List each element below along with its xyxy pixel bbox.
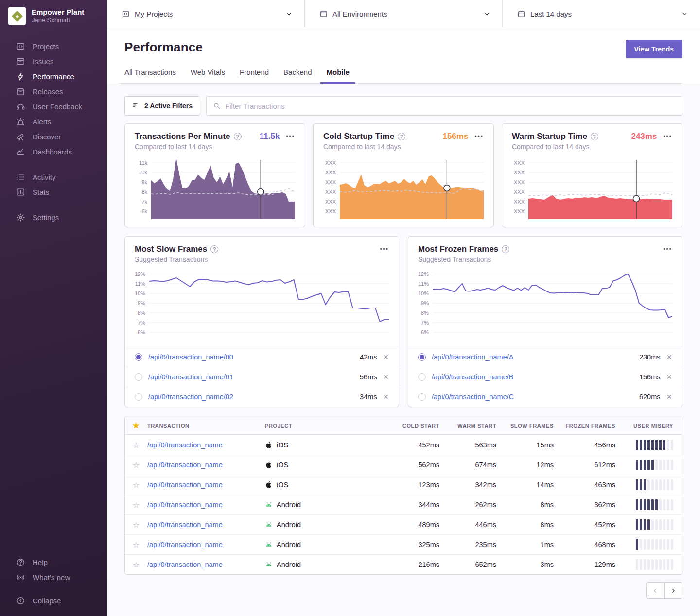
previous-page-button[interactable] (646, 582, 665, 599)
project-name: Android (277, 541, 301, 548)
sidebar-item-help[interactable]: Help (0, 555, 107, 570)
sidebar-item-projects[interactable]: Projects (0, 39, 107, 54)
sidebar-item-alerts[interactable]: Alerts (0, 114, 107, 129)
more-options-icon[interactable]: ••• (663, 246, 672, 252)
dropdown-all-environments[interactable]: All Environments (304, 0, 502, 28)
star-toggle-icon[interactable]: ☆ (125, 560, 147, 569)
more-options-icon[interactable]: ••• (474, 134, 484, 139)
transaction-link[interactable]: /api/0/transaction_name/02 (148, 393, 233, 401)
project-cell: Android (265, 561, 388, 568)
tab-mobile[interactable]: Mobile (320, 68, 355, 84)
more-options-icon[interactable]: ••• (380, 246, 389, 252)
star-toggle-icon[interactable]: ☆ (125, 441, 147, 450)
dropdown-last-14-days[interactable]: Last 14 days (502, 0, 700, 28)
y-tick-label: 9% (138, 300, 145, 306)
transaction-link[interactable]: /api/0/transaction_name (147, 521, 223, 529)
chart-plot (149, 269, 389, 342)
sidebar-item-what-s-new[interactable]: What’s new (0, 570, 107, 585)
close-icon[interactable]: × (383, 393, 389, 401)
org-switcher[interactable]: Empower Plant Jane Schmidt (8, 7, 99, 25)
tab-frontend[interactable]: Frontend (234, 68, 275, 84)
tab-backend[interactable]: Backend (278, 68, 317, 84)
collapse-icon (16, 596, 25, 605)
sidebar-item-stats[interactable]: Stats (0, 185, 107, 200)
close-icon[interactable]: × (383, 353, 389, 361)
transaction-link[interactable]: /api/0/transaction_name (147, 561, 223, 568)
tab-web-vitals[interactable]: Web Vitals (185, 68, 231, 84)
transaction-link[interactable]: /api/0/transaction_name (147, 501, 223, 509)
search-input[interactable] (225, 102, 676, 110)
help-icon[interactable]: ? (591, 133, 598, 140)
star-toggle-icon[interactable]: ☆ (125, 500, 147, 510)
next-page-button[interactable] (664, 582, 682, 599)
transaction-link[interactable]: /api/0/transaction_name/B (432, 373, 513, 381)
misery-bar (655, 440, 658, 450)
chart-plot (151, 157, 295, 219)
column-header-frozen-frames[interactable]: FROZEN FRAMES (554, 423, 615, 428)
transaction-link[interactable]: /api/0/transaction_name/A (432, 353, 513, 361)
view-trends-button[interactable]: View Trends (626, 40, 682, 58)
filter-row: 2 Active Filters (124, 96, 682, 116)
sidebar-collapse-button[interactable]: Collapse (0, 593, 107, 608)
suggested-transactions-list: /api/0/transaction_name/0042ms×/api/0/tr… (125, 347, 399, 407)
sidebar-item-issues[interactable]: Issues (0, 54, 107, 69)
close-icon[interactable]: × (666, 373, 672, 381)
more-options-icon[interactable]: ••• (286, 134, 295, 139)
transaction-radio[interactable] (135, 373, 142, 381)
sidebar-item-releases[interactable]: Releases (0, 84, 107, 99)
sidebar-item-discover[interactable]: Discover (0, 129, 107, 144)
chart-y-axis: 12%11%10%9%8%7%6% (416, 269, 433, 342)
transaction-radio[interactable] (418, 373, 426, 381)
column-header-cold-start[interactable]: COLD START (388, 423, 439, 428)
sidebar-item-activity[interactable]: Activity (0, 170, 107, 185)
dropdown-my-projects[interactable]: My Projects (107, 0, 304, 28)
transaction-link[interactable]: /api/0/transaction_name/C (432, 393, 514, 401)
misery-bar (636, 479, 638, 490)
close-icon[interactable]: × (666, 393, 672, 401)
android-icon (265, 501, 273, 509)
sidebar-item-settings[interactable]: Settings (0, 210, 107, 225)
close-icon[interactable]: × (383, 373, 389, 381)
close-icon[interactable]: × (666, 353, 672, 361)
column-header-user-misery[interactable]: USER MISERY (615, 423, 682, 428)
help-icon[interactable]: ? (210, 245, 218, 253)
star-toggle-icon[interactable]: ☆ (125, 461, 147, 470)
sidebar-item-dashboards[interactable]: Dashboards (0, 144, 107, 159)
stat-card-chart: XXXXXXXXXXXXXXXXXX (512, 157, 672, 219)
transaction-radio[interactable] (135, 353, 142, 361)
star-toggle-icon[interactable]: ☆ (125, 520, 147, 530)
column-header-warm-start[interactable]: WARM START (439, 423, 496, 428)
transaction-link[interactable]: /api/0/transaction_name/00 (148, 353, 233, 361)
transaction-radio[interactable] (418, 353, 426, 361)
discover-icon (16, 132, 25, 141)
misery-bar (636, 440, 638, 450)
transaction-radio[interactable] (418, 393, 426, 401)
transaction-link[interactable]: /api/0/transaction_name/01 (148, 373, 233, 381)
transaction-link[interactable]: /api/0/transaction_name (147, 441, 223, 449)
star-toggle-icon[interactable]: ☆ (125, 540, 147, 549)
y-tick-label: XXX (514, 199, 525, 205)
more-options-icon[interactable]: ••• (663, 134, 672, 139)
search-box[interactable] (206, 96, 682, 116)
star-toggle-icon[interactable]: ☆ (125, 480, 147, 490)
column-header-transaction[interactable]: TRANSACTION (147, 423, 265, 428)
tab-all-transactions[interactable]: All Transactions (119, 68, 182, 84)
column-header-slow-frames[interactable]: SLOW FRAMES (496, 423, 554, 428)
sidebar-item-label: Dashboards (33, 148, 72, 156)
transaction-link[interactable]: /api/0/transaction_name (147, 481, 223, 489)
help-icon[interactable]: ? (502, 245, 509, 253)
sidebar-item-performance[interactable]: Performance (0, 69, 107, 84)
help-icon[interactable]: ? (398, 133, 405, 140)
transaction-link[interactable]: /api/0/transaction_name (147, 541, 223, 548)
transaction-link[interactable]: /api/0/transaction_name (147, 461, 223, 469)
star-column-header-icon[interactable]: ★ (125, 421, 147, 430)
dropdown-label: Last 14 days (530, 10, 572, 18)
chart-plot (433, 269, 672, 342)
transaction-radio[interactable] (135, 393, 142, 401)
help-icon[interactable]: ? (234, 133, 242, 140)
y-tick-label: 10% (135, 291, 145, 296)
active-filters-button[interactable]: 2 Active Filters (124, 96, 200, 116)
column-header-project[interactable]: PROJECT (265, 423, 388, 428)
sidebar-item-user-feedback[interactable]: User Feedback (0, 99, 107, 114)
chevron-down-icon (483, 10, 490, 17)
